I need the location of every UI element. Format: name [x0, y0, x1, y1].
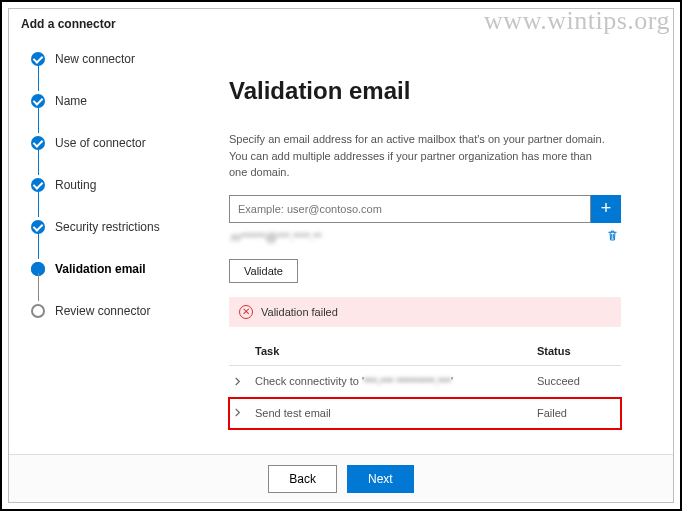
- validation-alert: ✕ Validation failed: [229, 297, 621, 327]
- task-cell: Check connectivity to '***-*** *********…: [255, 375, 537, 388]
- step-new-connector[interactable]: New connector: [31, 49, 209, 69]
- status-cell: Succeed: [537, 375, 617, 387]
- email-input[interactable]: [229, 195, 591, 223]
- chevron-right-icon: [233, 377, 242, 386]
- pending-step-icon: [31, 304, 45, 318]
- wizard-footer: Back Next: [9, 454, 673, 502]
- table-row[interactable]: Send test email Failed: [229, 398, 621, 429]
- step-label: Review connector: [55, 304, 150, 318]
- step-label: Routing: [55, 178, 96, 192]
- panel-title: Add a connector: [9, 9, 673, 37]
- step-label: Use of connector: [55, 136, 146, 150]
- wizard-nav: New connector Name Use of connector Rout…: [9, 37, 209, 454]
- plus-icon: +: [601, 198, 612, 219]
- added-email-row: m******@***.****.**: [229, 223, 621, 251]
- table-row[interactable]: Check connectivity to '***-*** *********…: [229, 366, 621, 398]
- col-status-header: Status: [537, 345, 617, 357]
- step-use-of-connector[interactable]: Use of connector: [31, 133, 209, 153]
- step-label: Validation email: [55, 262, 146, 276]
- back-button[interactable]: Back: [268, 465, 337, 493]
- validate-button[interactable]: Validate: [229, 259, 298, 283]
- step-label: New connector: [55, 52, 135, 66]
- step-routing[interactable]: Routing: [31, 175, 209, 195]
- expand-toggle[interactable]: [233, 408, 255, 417]
- step-validation-email[interactable]: Validation email: [31, 259, 209, 279]
- step-review-connector: Review connector: [31, 301, 209, 321]
- step-label: Name: [55, 94, 87, 108]
- main-content: Validation email Specify an email addres…: [209, 37, 673, 454]
- trash-icon: [606, 229, 619, 242]
- delete-email-button[interactable]: [606, 229, 619, 245]
- task-cell: Send test email: [255, 407, 537, 419]
- validation-results-table: Task Status Check connectivity to '***-*…: [229, 337, 621, 429]
- error-icon: ✕: [239, 305, 253, 319]
- added-email-text: m******@***.****.**: [231, 231, 606, 243]
- col-task-header: Task: [255, 345, 537, 357]
- page-heading: Validation email: [229, 77, 653, 105]
- page-description: Specify an email address for an active m…: [229, 131, 609, 181]
- expand-toggle[interactable]: [233, 377, 255, 386]
- table-header: Task Status: [229, 337, 621, 366]
- step-name[interactable]: Name: [31, 91, 209, 111]
- chevron-right-icon: [233, 408, 242, 417]
- step-security-restrictions[interactable]: Security restrictions: [31, 217, 209, 237]
- alert-text: Validation failed: [261, 306, 338, 318]
- status-cell: Failed: [537, 407, 617, 419]
- add-button[interactable]: +: [591, 195, 621, 223]
- step-label: Security restrictions: [55, 220, 160, 234]
- next-button[interactable]: Next: [347, 465, 414, 493]
